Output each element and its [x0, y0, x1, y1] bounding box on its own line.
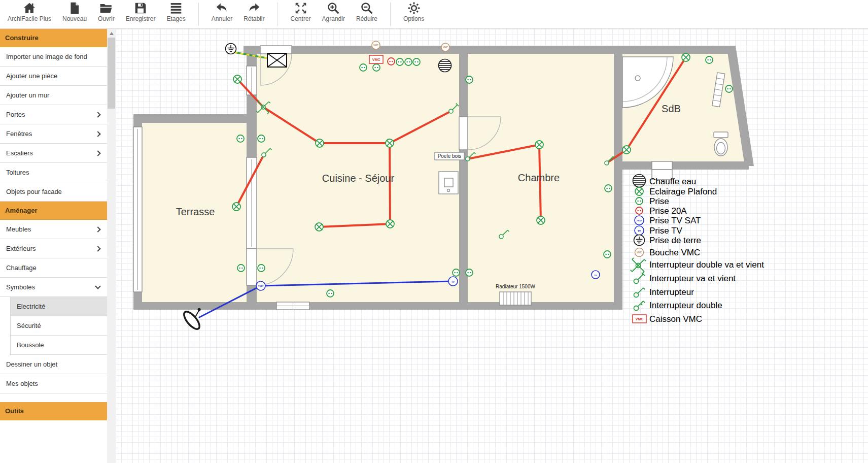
- legend-label: Caisson VMC: [649, 314, 702, 324]
- prise-tv[interactable]: TV: [448, 277, 458, 286]
- chauffe-eau-symbol[interactable]: [439, 59, 452, 72]
- sidebar-scrollbar[interactable]: [107, 29, 116, 463]
- poele-label: Poele bois: [438, 153, 462, 159]
- entrance-door-opening[interactable]: [260, 46, 292, 54]
- sidebar-item-exterieurs[interactable]: Extérieurs: [0, 239, 107, 258]
- sidebar-subitem-boussole[interactable]: Boussole: [10, 336, 107, 355]
- legend-label: Prise TV SAT: [649, 216, 701, 225]
- options-button[interactable]: Options: [398, 0, 430, 22]
- sidebar-item-meubles[interactable]: Meubles: [0, 220, 107, 239]
- sdb-door-opening[interactable]: [652, 161, 672, 170]
- radiateur[interactable]: Radiateur 1500W: [496, 284, 535, 305]
- undo-button[interactable]: Annuler: [206, 0, 238, 22]
- gear-icon: [407, 2, 421, 15]
- legend-label: Eclairage Plafond: [649, 187, 717, 196]
- wall-sdb-bottom-right[interactable]: [672, 161, 749, 170]
- undo-icon: [215, 2, 228, 15]
- caisson-vmc[interactable]: VMC: [369, 55, 383, 63]
- svg-text:VMC: VMC: [372, 58, 380, 61]
- sidebar-item-fenetres[interactable]: Fenêtres: [0, 124, 107, 144]
- home-icon: [23, 2, 36, 15]
- svg-text:VMC: VMC: [637, 251, 642, 254]
- center-button[interactable]: Centrer: [285, 0, 317, 22]
- vmc-bouche-1[interactable]: VMC: [372, 41, 380, 49]
- room-label-sdb: SdB: [662, 103, 681, 114]
- terrasse-door-opening[interactable]: [247, 249, 257, 285]
- outlet-20a[interactable]: [388, 58, 395, 65]
- svg-text:TV: TV: [638, 229, 641, 233]
- app-home-label: ArchiFacile Plus: [8, 15, 51, 22]
- sidebar-item-escaliers[interactable]: Escaliers: [0, 144, 107, 163]
- floors-layers-icon: [169, 2, 183, 15]
- legend-label: Interrupteur double: [649, 301, 722, 310]
- room-cuisine-chambre-floor[interactable]: [257, 54, 614, 302]
- sidebar-item-ajouter-piece[interactable]: Ajouter une pièce: [0, 67, 107, 86]
- wall-cuisine-chambre-top[interactable]: [459, 54, 468, 117]
- svg-text:TSAT: TSAT: [258, 285, 264, 287]
- sidebar-item-mes-objets[interactable]: Mes objets: [0, 374, 107, 393]
- item-label: Dessiner un objet: [6, 360, 57, 368]
- undo-label: Annuler: [212, 15, 232, 22]
- save-button[interactable]: Enregistrer: [120, 0, 161, 22]
- wall-cuisine-chambre-bottom[interactable]: [459, 150, 468, 302]
- chevron-right-icon: [95, 131, 100, 137]
- toilet-tank[interactable]: [714, 132, 728, 138]
- zoom-out-button[interactable]: Réduire: [351, 0, 383, 22]
- sidebar-item-chauffage[interactable]: Chauffage: [0, 258, 107, 278]
- new-button[interactable]: Nouveau: [57, 0, 92, 22]
- floors-label: Etages: [166, 15, 185, 22]
- scrollbar-thumb[interactable]: [108, 38, 115, 109]
- chevron-right-icon: [95, 246, 100, 251]
- wall-terrasse-top[interactable]: [133, 114, 257, 123]
- sidebar-item-objets-facade[interactable]: Objets pour facade: [0, 182, 107, 202]
- item-label: Importer une image de fond: [6, 53, 87, 60]
- wall-chambre-right[interactable]: [614, 46, 622, 310]
- redo-icon: [248, 2, 261, 15]
- floor-plan[interactable]: Poele bois Radiateur 1500W: [116, 29, 868, 463]
- item-label: Escaliers: [6, 149, 33, 157]
- sidebar-subitem-electricite[interactable]: Electricité: [10, 297, 107, 316]
- item-label: Portes: [6, 111, 25, 118]
- plan-canvas[interactable]: Poele bois Radiateur 1500W: [116, 29, 868, 463]
- prise-de-terre-symbol[interactable]: [226, 44, 236, 54]
- sidebar-item-symboles[interactable]: Symboles: [0, 278, 107, 297]
- chevron-right-icon: [95, 226, 100, 232]
- svg-text:tv: tv: [595, 274, 597, 277]
- sidebar-item-dessiner-objet[interactable]: Dessiner un objet: [0, 355, 107, 374]
- room-label-cuisine: Cuisine - Séjour: [322, 173, 395, 184]
- prise-tv-chambre[interactable]: tv: [592, 271, 600, 279]
- open-button[interactable]: Ouvrir: [92, 0, 120, 22]
- chevron-down-icon: [95, 283, 100, 289]
- shower-drain: [635, 76, 640, 81]
- sidebar-subitem-securite[interactable]: Sécurité: [10, 316, 107, 336]
- sidebar: Construire Importer une image de fond Aj…: [0, 29, 107, 463]
- legend-symbol-bouche-vmc: VMC: [635, 248, 644, 257]
- wall-top[interactable]: [292, 46, 736, 54]
- sidebar-item-portes[interactable]: Portes: [0, 105, 107, 124]
- radiateur-label: Radiateur 1500W: [496, 284, 535, 289]
- legend-label: Interrupteur va et vient: [649, 274, 736, 283]
- section-header-amenager: Aménager: [0, 202, 107, 220]
- redo-label: Rétablir: [244, 15, 264, 22]
- electrical-panel[interactable]: [267, 53, 287, 67]
- app-home-button[interactable]: ArchiFacile Plus: [2, 0, 57, 22]
- new-label: Nouveau: [62, 15, 87, 22]
- zoom-in-label: Agrandir: [322, 15, 345, 22]
- sidebar-item-ajouter-mur[interactable]: Ajouter un mur: [0, 86, 107, 105]
- toolbar-separator: [198, 3, 199, 26]
- new-document-icon: [68, 2, 81, 15]
- zoom-in-button[interactable]: Agrandir: [317, 0, 351, 22]
- toolbar: ArchiFacile Plus Nouveau Ouvrir Enregist…: [0, 0, 868, 29]
- item-label: Chauffage: [6, 264, 37, 272]
- sidebar-item-importer-image[interactable]: Importer une image de fond: [0, 47, 107, 67]
- legend-symbol-tvsat: TSAT: [635, 216, 644, 225]
- svg-text:TSAT: TSAT: [637, 219, 642, 222]
- redo-button[interactable]: Rétablir: [238, 0, 270, 22]
- vmc-bouche-2[interactable]: VMC: [441, 43, 449, 51]
- chambre-door-opening[interactable]: [459, 117, 468, 150]
- sidebar-item-toitures[interactable]: Toitures: [0, 163, 107, 182]
- prise-tv-sat[interactable]: TSAT: [256, 281, 265, 290]
- center-view-icon: [294, 2, 307, 15]
- scrollbar-up-arrow[interactable]: [107, 29, 116, 38]
- floors-button[interactable]: Etages: [161, 0, 191, 22]
